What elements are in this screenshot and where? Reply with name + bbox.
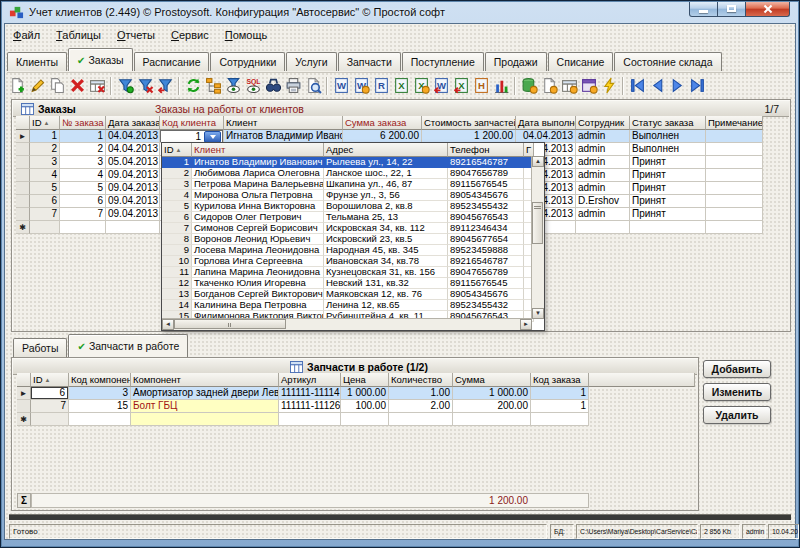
order-col-header-done_date[interactable]: Дата выполнения: [516, 116, 576, 130]
order-cell-num[interactable]: 5: [60, 182, 106, 195]
delete-subrecords-icon[interactable]: [87, 76, 107, 96]
sql-filter-icon[interactable]: SQL: [243, 76, 263, 96]
client-cell-address[interactable]: Шкапина ул., 46, 87: [324, 179, 448, 190]
menu-tables[interactable]: Таблицы: [48, 29, 109, 41]
chart-icon[interactable]: [491, 76, 511, 96]
client-cell-client[interactable]: Игнатов Владимир Иванович: [192, 157, 324, 168]
client-cell-phone[interactable]: 89115676545: [448, 179, 524, 190]
order-cell-date[interactable]: 04.04.2013: [106, 130, 160, 143]
client-cell-phone[interactable]: 89045677654: [448, 234, 524, 245]
order-cell-note[interactable]: [706, 221, 763, 234]
order-cell-num[interactable]: 2: [60, 143, 106, 156]
client-cell-client[interactable]: Симонов Сергей Борисович: [192, 223, 324, 234]
add-record-icon[interactable]: [7, 76, 27, 96]
client-cell-client[interactable]: Лосева Марина Леонидовна: [192, 245, 324, 256]
part-cell-component[interactable]: Болт ГБЦ: [131, 400, 279, 413]
client-row-11[interactable]: 11Лапина Марина ЛеонидовнаКузнецовская 3…: [162, 267, 544, 278]
client-cell-id[interactable]: 4: [162, 190, 192, 201]
client-cell-address[interactable]: Невский 131, кв.32: [324, 278, 448, 289]
tab-stock[interactable]: Состояние склада: [614, 52, 721, 71]
client-cell-phone[interactable]: 89054345676: [448, 190, 524, 201]
order-col-header-note[interactable]: Примечание: [706, 116, 763, 130]
part-cell-id[interactable]: 7: [31, 400, 69, 413]
export-html-icon[interactable]: H: [471, 76, 491, 96]
filter-remove-icon[interactable]: [155, 76, 175, 96]
order-cell-note[interactable]: [706, 156, 763, 169]
client-cell-id[interactable]: 6: [162, 212, 192, 223]
link-form-icon[interactable]: [579, 76, 599, 96]
order-cell-note[interactable]: [706, 208, 763, 221]
part-col-header-comp_code[interactable]: Код компонента: [69, 373, 131, 387]
export-word-letter-icon[interactable]: W: [351, 76, 371, 96]
client-cell-client[interactable]: Любимова Лариса Олеговна: [192, 168, 324, 179]
order-cell-id[interactable]: 1: [30, 130, 60, 143]
part-cell-price[interactable]: [341, 413, 389, 426]
export-excel-report-icon[interactable]: X: [411, 76, 431, 96]
client-cell-id[interactable]: 14: [162, 300, 192, 311]
menu-service[interactable]: Сервис: [163, 29, 217, 41]
order-cell-num[interactable]: 6: [60, 195, 106, 208]
order-col-header-client_code[interactable]: Код клиента: [160, 116, 224, 130]
part-cell-qty[interactable]: 2.00: [389, 400, 453, 413]
order-cell-note[interactable]: [706, 130, 763, 143]
export-rtf-icon[interactable]: R: [371, 76, 391, 96]
close-button[interactable]: [745, 2, 790, 17]
client-cell-client[interactable]: Калинина Вера Петровна: [192, 300, 324, 311]
client-cell-client[interactable]: Богданов Сергей Викторович: [192, 289, 324, 300]
part-row-1[interactable]: ►63Амортизатор задней двери Левый111111-…: [17, 387, 695, 400]
client-col-header-phone[interactable]: Телефон: [448, 143, 524, 157]
order-cell-id[interactable]: 7: [30, 208, 60, 221]
client-col-header-address[interactable]: Адрес: [324, 143, 448, 157]
filter-view-icon[interactable]: [223, 76, 243, 96]
filter-selection-icon[interactable]: [135, 76, 155, 96]
tab-orders[interactable]: ✔Заказы: [68, 48, 132, 71]
horizontal-scrollbar[interactable]: ◄►: [162, 318, 532, 330]
tab-sales[interactable]: Продажи: [485, 52, 547, 71]
order-cell-employee[interactable]: [576, 221, 630, 234]
order-cell-status[interactable]: Принят: [630, 195, 706, 208]
order-cell-employee[interactable]: admin: [576, 182, 630, 195]
part-col-header-sum[interactable]: Сумма: [453, 373, 531, 387]
client-row-3[interactable]: 3Петрова Марина ВалерьевнаШкапина ул., 4…: [162, 179, 544, 190]
scroll-down-icon[interactable]: ▼: [532, 308, 544, 319]
link-table-icon[interactable]: [559, 76, 579, 96]
client-cell-id[interactable]: 8: [162, 234, 192, 245]
client-cell-phone[interactable]: 89047656789: [448, 168, 524, 179]
part-row-2[interactable]: 715Болт ГБЦ111111-11126100.002.00200.001: [17, 400, 695, 413]
vertical-scrollbar[interactable]: ▲▼: [531, 156, 544, 319]
part-cell-article[interactable]: 111111-11114: [279, 387, 341, 400]
client-col-header-id[interactable]: ID▲: [162, 143, 192, 157]
tab-parts[interactable]: Запчасти: [338, 52, 401, 71]
order-cell-employee[interactable]: admin: [576, 169, 630, 182]
order-col-header-status[interactable]: Статус заказа: [630, 116, 706, 130]
client-row-6[interactable]: 6Сидоров Олег ПетровичТельмана 25, 13890…: [162, 212, 544, 223]
part-cell-price[interactable]: 1 000.00: [341, 387, 389, 400]
client-row-14[interactable]: 14Калинина Вера ПетровнаЛенина 12, кв.65…: [162, 300, 544, 311]
tab-schedule[interactable]: Расписание: [134, 52, 210, 71]
order-cell-date[interactable]: [106, 221, 160, 234]
find-icon[interactable]: [263, 76, 283, 96]
client-cell-id[interactable]: 10: [162, 256, 192, 267]
order-cell-status[interactable]: Принят: [630, 169, 706, 182]
export-excel-icon[interactable]: X: [391, 76, 411, 96]
link-database-icon[interactable]: [519, 76, 539, 96]
order-cell-date[interactable]: 09.04.2013: [106, 208, 160, 221]
order-cell-employee[interactable]: admin: [576, 208, 630, 221]
part-col-header-component[interactable]: Компонент: [131, 373, 279, 387]
client-cell-phone[interactable]: 89216546787: [448, 256, 524, 267]
order-cell-num[interactable]: 4: [60, 169, 106, 182]
menu-help[interactable]: Помощь: [217, 29, 276, 41]
maximize-button[interactable]: [718, 2, 745, 17]
part-cell-article[interactable]: [279, 413, 341, 426]
actions-icon[interactable]: [599, 76, 619, 96]
client-row-1[interactable]: 1Игнатов Владимир ИвановичРылеева ул., 1…: [162, 157, 544, 168]
client-row-7[interactable]: 7Симонов Сергей БорисовичИскровская 34, …: [162, 223, 544, 234]
order-col-header-parts_cost[interactable]: Стоимость запчастей: [422, 116, 516, 130]
part-cell-component[interactable]: [131, 413, 279, 426]
tab-services[interactable]: Услуги: [286, 52, 336, 71]
part-col-header-id[interactable]: ID▲: [31, 373, 69, 387]
order-cell-id[interactable]: 3: [30, 156, 60, 169]
client-row-10[interactable]: 10Горлова Инга СергеевнаИвановская 34, к…: [162, 256, 544, 267]
client-cell-address[interactable]: Ворошилова 2, кв.8: [324, 201, 448, 212]
order-cell-status[interactable]: Принят: [630, 208, 706, 221]
